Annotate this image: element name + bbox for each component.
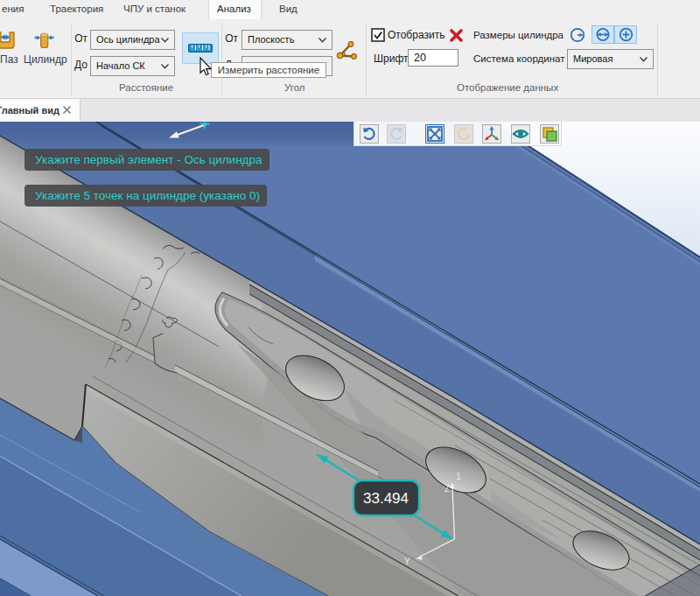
svg-text:1: 1 (456, 471, 461, 481)
svg-text:33.494: 33.494 (363, 490, 409, 507)
svg-text:Y: Y (404, 557, 410, 566)
svg-text:Z: Z (444, 484, 450, 494)
